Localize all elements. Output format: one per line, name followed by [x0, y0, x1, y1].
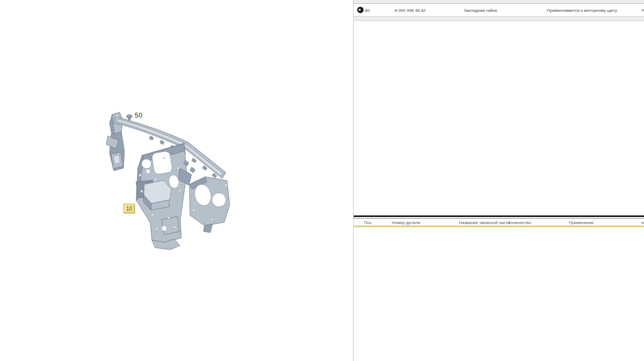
epc-window: 50 10 80 A 000 998 48 82 Закладная гайка… [0, 0, 644, 361]
diagram-callout-10-selected[interactable]: 10 [123, 204, 135, 213]
part-note: Привинчивается к моторному щиту [547, 8, 617, 12]
diagram-callout-50[interactable]: 50 [135, 112, 142, 119]
parts-list-pane: 80 A 000 998 48 82 Закладная гайка Приви… [354, 0, 644, 361]
part-row-80[interactable]: 80 A 000 998 48 82 Закладная гайка Приви… [354, 4, 644, 17]
part-status-icon[interactable] [357, 6, 364, 13]
header-part-name: Название запасной части [459, 220, 510, 225]
table-header-underline [354, 226, 644, 227]
header-note: Примечание [569, 220, 594, 225]
header-quantity: Количество [508, 220, 531, 225]
clipped-column-text [641, 9, 644, 11]
diagram-pane: 50 10 [0, 0, 353, 361]
part-number: A 000 998 48 82 [394, 8, 426, 12]
part-name: Закладная гайка [464, 8, 497, 12]
row-strip-below [354, 17, 644, 21]
part-diagram-illustration [99, 105, 239, 250]
callout-10-label: 10 [126, 206, 132, 212]
parts-table-header: Поз. Номер детали Название запасной част… [354, 219, 644, 226]
part-position: 80 [365, 8, 370, 12]
header-part-number: Номер детали [392, 220, 420, 225]
table-top-rule [354, 215, 644, 217]
clipped-header-text [641, 222, 644, 224]
row-strip-top [354, 0, 644, 4]
header-position: Поз. [364, 220, 372, 225]
